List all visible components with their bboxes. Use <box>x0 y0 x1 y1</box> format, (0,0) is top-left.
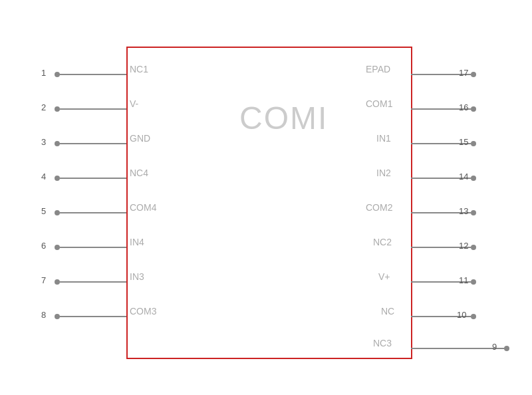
pin-dot-12 <box>471 245 476 250</box>
pin-line-4 <box>60 178 126 179</box>
pin-number-9: 9 <box>492 342 497 352</box>
pin-label-com1: COM1 <box>366 98 392 109</box>
pin-label-nc1: NC1 <box>130 64 148 74</box>
pin-number-6: 6 <box>41 241 46 251</box>
pin-label-vplus: V+ <box>378 271 390 282</box>
pin-dot-2 <box>55 106 60 112</box>
pin-line-2 <box>60 108 126 110</box>
pin-dot-14 <box>471 176 476 181</box>
pin-dot-7 <box>55 279 60 285</box>
center-text: COMI <box>239 100 328 136</box>
pin-line-1 <box>60 74 126 75</box>
pin-label-com4: COM4 <box>130 202 156 213</box>
pin-number-17: 17 <box>459 68 468 78</box>
pin-label-nc: NC <box>381 306 394 317</box>
pin-dot-16 <box>471 106 476 112</box>
pin-number-13: 13 <box>459 206 468 216</box>
pin-number-1: 1 <box>41 68 46 78</box>
pin-dot-11 <box>471 279 476 285</box>
ic-diagram: COMI 1 NC1 2 V- 3 GND 4 NC4 5 COM4 6 IN4… <box>13 13 519 382</box>
pin-dot-8 <box>55 314 60 319</box>
pin-number-15: 15 <box>459 137 468 147</box>
pin-number-16: 16 <box>459 102 468 112</box>
pin-dot-9 <box>504 346 509 351</box>
pin-number-10: 10 <box>457 310 466 320</box>
pin-number-5: 5 <box>41 206 46 216</box>
pin-number-7: 7 <box>41 275 46 285</box>
pin-number-11: 11 <box>459 275 468 285</box>
pin-label-vminus: V- <box>130 98 138 109</box>
pin-label-com3: COM3 <box>130 306 156 317</box>
pin-line-3 <box>60 143 126 144</box>
pin-dot-13 <box>471 210 476 215</box>
pin-dot-6 <box>55 245 60 250</box>
pin-dot-5 <box>55 210 60 215</box>
pin-line-8 <box>60 316 126 317</box>
pin-label-in1: IN1 <box>376 133 391 144</box>
pin-line-9 <box>411 348 504 349</box>
pin-dot-10 <box>471 314 476 319</box>
pin-number-8: 8 <box>41 310 46 320</box>
pin-number-3: 3 <box>41 137 46 147</box>
pin-dot-15 <box>471 141 476 146</box>
pin-dot-4 <box>55 176 60 181</box>
pin-label-in2: IN2 <box>376 168 391 178</box>
pin-dot-1 <box>55 72 60 77</box>
pin-label-in4: IN4 <box>130 237 144 247</box>
pin-number-4: 4 <box>41 172 46 182</box>
pin-number-14: 14 <box>459 172 468 182</box>
pin-number-2: 2 <box>41 102 46 112</box>
pin-line-7 <box>60 281 126 283</box>
pin-label-nc2: NC2 <box>373 237 392 247</box>
pin-label-gnd: GND <box>130 133 150 144</box>
pin-dot-17 <box>471 72 476 77</box>
pin-label-in3: IN3 <box>130 271 144 282</box>
pin-line-6 <box>60 247 126 248</box>
pin-line-5 <box>60 212 126 213</box>
pin-label-nc3: NC3 <box>373 338 392 348</box>
pin-label-nc4: NC4 <box>130 168 148 178</box>
pin-label-epad: EPAD <box>366 64 390 74</box>
pin-label-com2: COM2 <box>366 202 392 213</box>
pin-dot-3 <box>55 141 60 146</box>
pin-number-12: 12 <box>459 241 468 251</box>
